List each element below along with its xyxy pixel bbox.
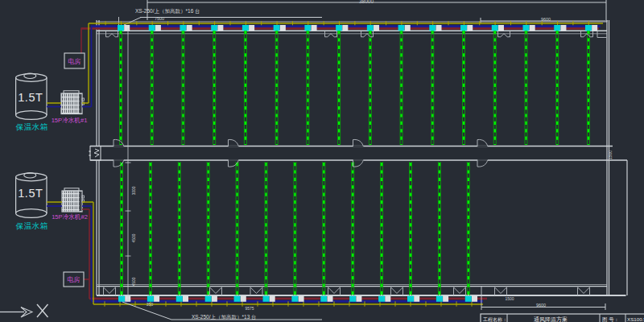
svg-text:9600: 9600 bbox=[541, 17, 551, 22]
svg-text:保温水箱: 保温水箱 bbox=[15, 122, 48, 131]
svg-text:XS100.50: XS100.50 bbox=[627, 316, 644, 322]
svg-text:4500: 4500 bbox=[132, 277, 136, 286]
svg-text:1.5T: 1.5T bbox=[18, 187, 43, 200]
svg-text:9575: 9575 bbox=[245, 306, 254, 311]
svg-text:通风降温方案: 通风降温方案 bbox=[534, 316, 568, 322]
svg-text:电房: 电房 bbox=[68, 276, 80, 283]
svg-text:XS-250/上（加高款）*16 台: XS-250/上（加高款）*16 台 bbox=[135, 8, 200, 14]
svg-text:图 号：: 图 号： bbox=[602, 316, 619, 322]
svg-text:1500: 1500 bbox=[608, 151, 613, 159]
svg-text:1.5T: 1.5T bbox=[18, 91, 43, 104]
svg-text:15P冷水机#1: 15P冷水机#1 bbox=[52, 117, 88, 124]
svg-text:1500: 1500 bbox=[505, 296, 514, 301]
svg-text:38000: 38000 bbox=[359, 0, 374, 4]
svg-text:3000: 3000 bbox=[132, 186, 136, 195]
svg-text:350: 350 bbox=[147, 302, 154, 307]
svg-text:XS-250/上（加高款）*13 台: XS-250/上（加高款）*13 台 bbox=[192, 314, 257, 320]
svg-text:工程名称：: 工程名称： bbox=[483, 316, 507, 322]
svg-text:15P冷水机#2: 15P冷水机#2 bbox=[52, 213, 88, 221]
svg-text:电房: 电房 bbox=[68, 58, 81, 65]
svg-text:7500: 7500 bbox=[155, 16, 164, 21]
svg-text:4500: 4500 bbox=[132, 233, 136, 242]
svg-text:9600: 9600 bbox=[536, 303, 546, 308]
svg-text:保温水箱: 保温水箱 bbox=[15, 221, 48, 230]
